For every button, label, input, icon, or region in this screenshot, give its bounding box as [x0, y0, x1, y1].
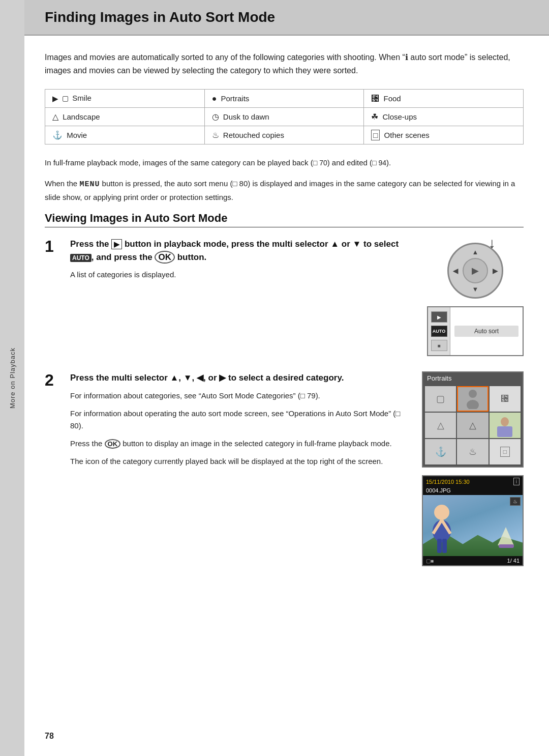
- svg-rect-3: [497, 426, 512, 437]
- body-paragraph-1: In full-frame playback mode, images of t…: [45, 157, 524, 169]
- category-table: ▶︎ ▢ Smile ● Portraits ⑔ Food △: [45, 89, 524, 144]
- page-title: Finding Images in Auto Sort Mode: [45, 9, 524, 25]
- fullframe-info-icon: i: [513, 478, 520, 485]
- sidebar-label: More on Playback: [9, 347, 16, 409]
- smile-icon: ▶︎: [52, 94, 58, 103]
- screen-badge: ♨: [510, 497, 521, 506]
- category-movie: ⚓ Movie: [45, 126, 205, 144]
- main-content: Finding Images in Auto Sort Mode Images …: [24, 0, 549, 756]
- closeups-icon: ☘: [371, 112, 378, 121]
- page: More on Playback Finding Images in Auto …: [0, 0, 549, 756]
- ref-94: □ 94: [372, 159, 386, 167]
- category-portraits: ● Portraits: [204, 90, 364, 108]
- closeups-label: Close-ups: [382, 112, 417, 121]
- portraits-screen: Portraits ▢ ⑔ △: [422, 371, 524, 468]
- category-other: □ Other scenes: [364, 126, 524, 144]
- arrow-right-icon: ▶: [493, 267, 498, 275]
- autosort-label: Auto sort: [454, 326, 518, 337]
- table-row: △ Landscape ◷ Dusk to dawn ☘ Close-ups: [45, 108, 524, 126]
- svg-point-1: [467, 400, 479, 409]
- svg-rect-11: [499, 544, 514, 548]
- step-1-header: Press the ▶ button in playback mode, pre…: [70, 238, 417, 264]
- fullframe-date: 15/11/2010 15:30: [426, 479, 470, 485]
- portraits-cell-4: △: [425, 413, 456, 438]
- step-1-number: 1: [45, 238, 65, 286]
- step1-or: or: [342, 239, 350, 249]
- step-2-header: Press the multi selector ▲, ▼, ◀, or ▶ t…: [70, 371, 412, 385]
- svg-point-4: [434, 505, 449, 520]
- screen-icon-other: ■: [431, 340, 447, 351]
- portraits-cell-6: [490, 413, 521, 438]
- food-label: Food: [383, 94, 401, 103]
- other-label: Other scenes: [384, 131, 430, 139]
- portraits-cell-3: ⑔: [490, 386, 521, 412]
- smile-cam-icon: ▢: [62, 94, 69, 102]
- category-dusk: ◷ Dusk to dawn: [204, 108, 364, 126]
- landscape-icon: △: [52, 112, 58, 121]
- svg-point-2: [501, 417, 509, 426]
- menu-word: MENU: [79, 180, 100, 189]
- dusk-label: Dusk to dawn: [223, 112, 269, 121]
- category-closeups: ☘ Close-ups: [364, 108, 524, 126]
- step-2-number: 2: [45, 371, 65, 473]
- fullframe-filename: 0004.JPG: [423, 487, 523, 495]
- body-paragraph-2: When the MENU button is pressed, the aut…: [45, 178, 524, 204]
- step-2: 2 Press the multi selector ▲, ▼, ◀, or ▶…: [45, 371, 524, 566]
- down-arrow-indicator: ↓: [489, 235, 496, 251]
- boat-figure: [495, 526, 517, 551]
- svg-rect-8: [437, 539, 442, 553]
- portraits-label: Portraits: [221, 94, 250, 103]
- category-landscape: △ Landscape: [45, 108, 205, 126]
- section-title: Viewing Images in Auto Sort Mode: [45, 212, 524, 227]
- steps-container: 1 Press the ▶ button in playback mode, p…: [45, 238, 524, 566]
- svg-rect-9: [442, 539, 447, 553]
- person-figure: [428, 503, 456, 556]
- step-2-para2: For information about operating the auto…: [70, 408, 412, 433]
- retouched-label: Retouched copies: [223, 131, 284, 139]
- category-food: ⑔ Food: [364, 90, 524, 108]
- category-smile: ▶︎ ▢ Smile: [45, 90, 205, 108]
- landscape-label: Landscape: [63, 112, 100, 121]
- movie-icon: ⚓: [52, 131, 63, 139]
- step2-to: to: [228, 373, 236, 383]
- portraits-cell-5: △: [457, 413, 488, 438]
- arrow-down-icon: ▼: [472, 285, 479, 293]
- sidebar: More on Playback: [0, 0, 24, 756]
- playback-icon: ▶: [472, 265, 479, 276]
- step-1-content: Press the ▶ button in playback mode, pre…: [70, 238, 417, 286]
- fullframe-screen: 15/11/2010 15:30 i 0004.JPG: [422, 475, 524, 566]
- portraits-icon: ●: [212, 94, 217, 103]
- svg-marker-10: [498, 527, 514, 545]
- page-header: Finding Images in Auto Sort Mode: [24, 0, 549, 36]
- body-p2-post: button is pressed, the auto sort menu (□…: [45, 179, 515, 201]
- body-p2-pre: When the: [45, 179, 77, 188]
- step-2-para1: For information about categories, see “A…: [70, 390, 412, 402]
- portraits-cell-1: ▢: [425, 386, 456, 412]
- portraits-cell-7: ⚓: [425, 439, 456, 464]
- selector-center[interactable]: ▶: [463, 258, 488, 283]
- svg-point-0: [469, 390, 477, 398]
- arrow-left-icon: ◀: [453, 267, 458, 275]
- movie-label: Movie: [67, 131, 87, 139]
- ref-70: □ 70: [313, 159, 327, 167]
- arrow-up-icon: ▲: [472, 248, 479, 256]
- portraits-cell-2: [457, 386, 488, 412]
- screen-icon-playback: ▶: [431, 311, 447, 323]
- fullframe-image: ♨: [423, 495, 523, 556]
- autosort-screen: ▶ AUTO ■ Auto sort: [427, 306, 524, 356]
- portraits-cell-8: ♨: [457, 439, 488, 464]
- step-2-content: Press the multi selector ▲, ▼, ◀, or ▶ t…: [70, 371, 412, 473]
- category-retouched: ♨ Retouched copies: [204, 126, 364, 144]
- step-2-para4: The icon of the category currently playe…: [70, 455, 412, 468]
- table-row: ▶︎ ▢ Smile ● Portraits ⑔ Food: [45, 90, 524, 108]
- dusk-icon: ◷: [212, 112, 219, 121]
- table-row: ⚓ Movie ♨ Retouched copies □ Other scene…: [45, 126, 524, 144]
- step-1-body: A list of categories is displayed.: [70, 269, 417, 281]
- page-number: 78: [45, 732, 54, 741]
- smile-label: Smile: [72, 94, 92, 102]
- fullframe-counter: 1/ 41: [507, 558, 520, 564]
- portraits-cell-9: □: [490, 439, 521, 464]
- portraits-header: Portraits: [423, 372, 523, 384]
- food-icon: ⑔: [371, 94, 379, 103]
- step-1: 1 Press the ▶ button in playback mode, p…: [45, 238, 524, 356]
